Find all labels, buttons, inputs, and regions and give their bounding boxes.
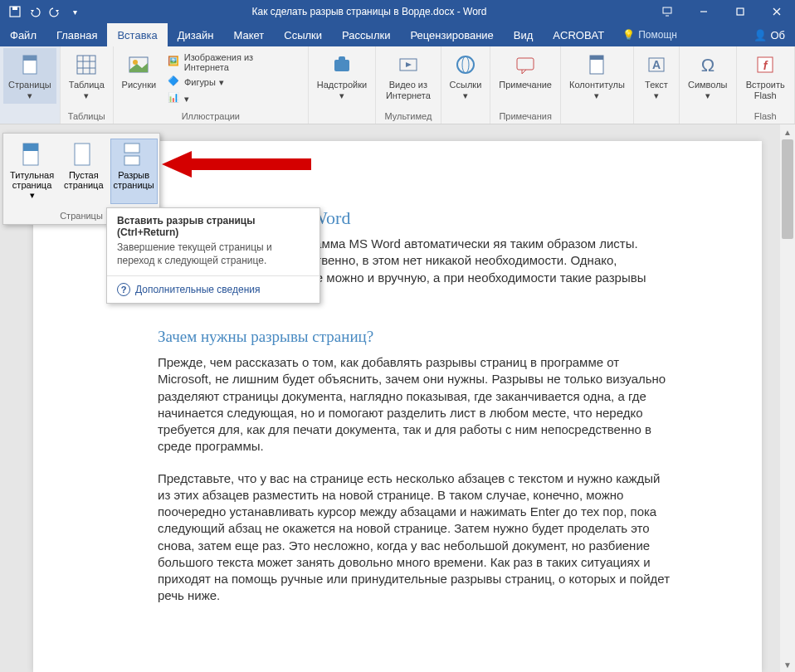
annotation-arrow xyxy=(162,148,311,181)
svg-text:A: A xyxy=(652,58,661,71)
svg-rect-4 xyxy=(737,8,744,15)
tooltip-title: Вставить разрыв страницы (Ctrl+Return) xyxy=(107,208,319,241)
comment-icon xyxy=(512,51,539,78)
scroll-thumb[interactable] xyxy=(782,139,793,239)
svg-point-19 xyxy=(457,56,474,73)
svg-rect-1 xyxy=(12,7,17,10)
tooltip-description: Завершение текущей страницы и переход к … xyxy=(107,241,319,275)
pages-icon xyxy=(17,51,43,78)
tell-me-search[interactable]: 💡 Помощн xyxy=(614,29,685,41)
symbol-icon: Ω xyxy=(695,51,721,78)
addins-icon xyxy=(329,51,355,78)
lightbulb-icon: 💡 xyxy=(622,29,635,41)
tab-acrobat[interactable]: ACROBAT xyxy=(543,23,614,46)
tab-insert[interactable]: Вставка xyxy=(107,23,167,46)
header-icon xyxy=(583,51,610,78)
close-icon[interactable] xyxy=(758,0,795,23)
tab-view[interactable]: Вид xyxy=(504,23,544,46)
share-button[interactable]: 👤 Об xyxy=(744,29,795,41)
textbox-icon: A xyxy=(643,51,670,78)
online-picture-icon: 🖼️ xyxy=(168,56,181,69)
more-icon: 📊 xyxy=(168,92,181,105)
addins-button[interactable]: Надстройки▾ xyxy=(312,48,372,104)
pages-button[interactable]: Страницы▾ xyxy=(3,48,56,104)
doc-heading-2: Зачем нужны разрывы страниц? xyxy=(158,328,671,346)
symbols-button[interactable]: Ω Символы▾ xyxy=(683,48,733,104)
maximize-icon[interactable] xyxy=(722,0,758,23)
shapes-icon: 🔷 xyxy=(168,75,181,89)
shapes-button[interactable]: 🔷Фигуры ▾ xyxy=(166,75,301,90)
online-video-button[interactable]: Видео из Интернета xyxy=(379,48,437,104)
svg-rect-17 xyxy=(339,56,345,61)
help-icon: ? xyxy=(117,283,130,296)
qat-customize-icon[interactable]: ▾ xyxy=(66,3,83,20)
svg-rect-31 xyxy=(75,144,90,165)
online-pictures-button[interactable]: 🖼️Изображения из Интернета xyxy=(166,51,301,73)
table-button[interactable]: Таблица▾ xyxy=(64,48,110,104)
vertical-scrollbar[interactable]: ▲ ▼ xyxy=(780,124,795,672)
quick-access-toolbar: ▾ xyxy=(0,3,90,20)
svg-point-20 xyxy=(462,56,469,73)
picture-icon xyxy=(125,51,152,78)
cover-page-button[interactable]: Титульная страница ▾ xyxy=(7,139,57,204)
svg-rect-33 xyxy=(124,156,139,165)
video-icon xyxy=(395,51,422,78)
svg-rect-23 xyxy=(590,56,603,60)
cover-page-icon xyxy=(19,142,46,168)
flash-icon: f xyxy=(752,51,778,78)
blank-page-button[interactable]: Пустая страница xyxy=(61,139,106,204)
page-break-icon xyxy=(120,142,147,168)
tab-design[interactable]: Дизайн xyxy=(168,23,224,46)
header-footer-button[interactable]: Колонтитулы▾ xyxy=(564,48,630,104)
blank-page-icon xyxy=(71,142,97,168)
redo-icon[interactable] xyxy=(46,3,63,20)
ribbon-tabs: Файл Главная Вставка Дизайн Макет Ссылки… xyxy=(0,23,795,46)
tab-mailings[interactable]: Рассылки xyxy=(332,23,400,46)
ribbon-options-icon[interactable] xyxy=(649,0,685,23)
scroll-down-icon[interactable]: ▼ xyxy=(780,657,795,672)
tab-references[interactable]: Ссылки xyxy=(274,23,332,46)
tab-review[interactable]: Рецензирование xyxy=(400,23,503,46)
link-icon xyxy=(452,51,479,78)
window-controls xyxy=(649,0,795,23)
text-button[interactable]: A Текст▾ xyxy=(637,48,676,104)
svg-rect-2 xyxy=(663,7,671,13)
tab-home[interactable]: Главная xyxy=(46,23,107,46)
tab-file[interactable]: Файл xyxy=(0,23,46,46)
minimize-icon[interactable] xyxy=(685,0,722,23)
svg-rect-16 xyxy=(334,60,349,71)
doc-paragraph: Представьте, что у вас на странице есть … xyxy=(158,470,671,605)
svg-rect-32 xyxy=(124,144,139,153)
tooltip: Вставить разрыв страницы (Ctrl+Return) З… xyxy=(106,207,320,304)
svg-rect-8 xyxy=(23,56,37,61)
embed-flash-button[interactable]: f Встроить Flash xyxy=(740,48,791,104)
titlebar: ▾ Как сделать разрыв страницы в Ворде.do… xyxy=(0,0,795,23)
table-icon xyxy=(73,51,100,78)
svg-rect-30 xyxy=(23,144,38,151)
svg-rect-9 xyxy=(77,56,95,74)
tooltip-more-link[interactable]: ? Дополнительные сведения xyxy=(107,275,319,303)
pictures-button[interactable]: Рисунки xyxy=(117,48,161,94)
svg-text:Ω: Ω xyxy=(700,55,714,75)
links-button[interactable]: Ссылки▾ xyxy=(445,48,487,104)
comment-button[interactable]: Примечание xyxy=(494,48,557,94)
svg-rect-21 xyxy=(517,58,534,70)
tab-layout[interactable]: Макет xyxy=(223,23,274,46)
undo-icon[interactable] xyxy=(27,3,43,20)
save-icon[interactable] xyxy=(7,3,23,20)
window-title: Как сделать разрыв страницы в Ворде.docx… xyxy=(90,6,649,17)
share-icon: 👤 xyxy=(754,29,767,41)
ribbon: Страницы▾ Страницы Таблица▾ Таблицы Рису… xyxy=(0,46,795,124)
scroll-up-icon[interactable]: ▲ xyxy=(780,124,795,139)
page-break-button[interactable]: Разрыв страницы xyxy=(110,139,158,204)
doc-paragraph: Прежде, чем рассказать о том, как добавл… xyxy=(158,354,671,455)
more-illus-button[interactable]: 📊▾ xyxy=(166,91,301,106)
